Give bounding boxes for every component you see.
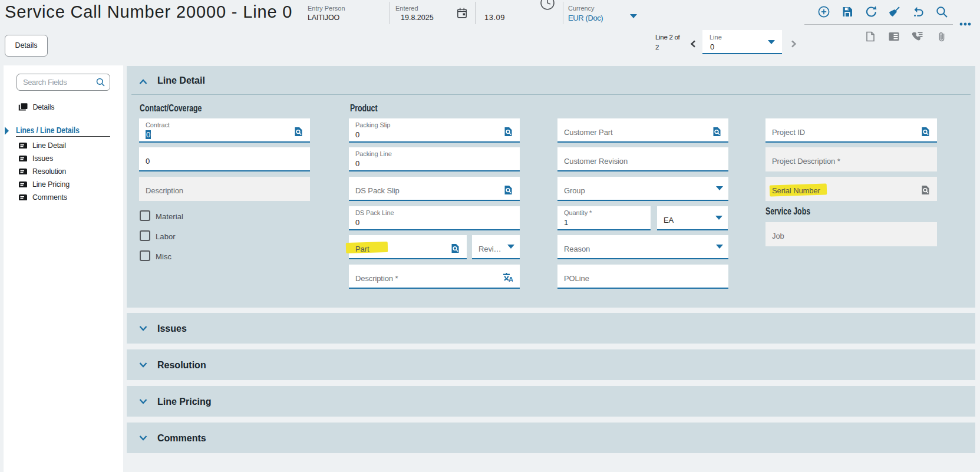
svg-text:A: A xyxy=(509,276,513,282)
